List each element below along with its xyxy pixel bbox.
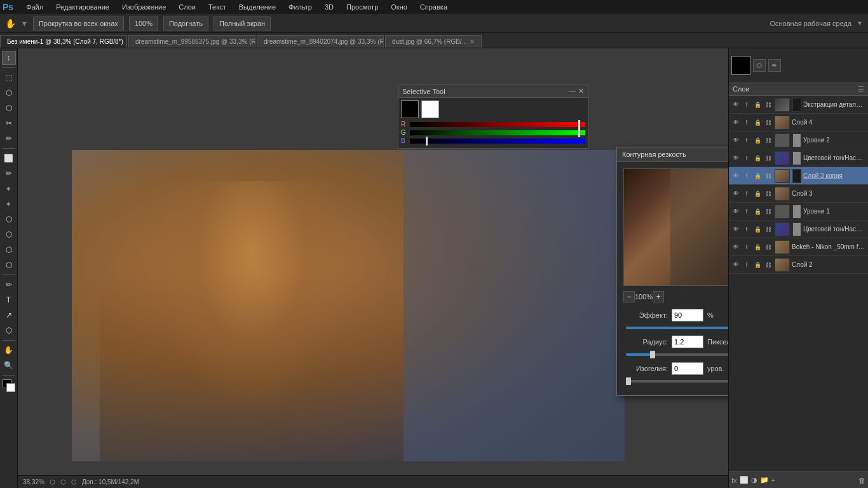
selective-minimize-btn[interactable]: — (569, 87, 576, 95)
layer-4[interactable]: 👁 f 🔒 ⛓ Слой 4 (729, 114, 868, 132)
new-adjustment-btn[interactable]: ◑ (751, 476, 757, 484)
unsharp-header[interactable]: Контурная резкость ✕ (617, 147, 728, 162)
hand-tool-icon[interactable]: ✋ (5, 18, 16, 29)
layer-eye-4[interactable]: 👁 (731, 118, 740, 127)
clone-tool[interactable]: ⌖ (2, 182, 16, 196)
color-tool-icon[interactable]: ⬡ (753, 59, 766, 72)
eyedropper-tool[interactable]: ✏ (2, 132, 16, 146)
channel-r-thumb[interactable] (578, 120, 580, 129)
add-style-btn[interactable]: fx (731, 477, 737, 484)
menu-view[interactable]: Просмотр (344, 3, 381, 11)
layer-eye-levels1[interactable]: 👁 (731, 207, 740, 216)
selective-tool-header[interactable]: Selective Tool — ✕ (398, 85, 588, 98)
color-picker-white[interactable] (421, 100, 439, 118)
zoom-out-btn[interactable]: − (623, 291, 635, 302)
radius-slider-thumb[interactable] (650, 351, 655, 358)
layer-eye-3copy[interactable]: 👁 (731, 172, 740, 180)
color-swatches[interactable] (3, 379, 15, 392)
menu-select[interactable]: Выделение (236, 3, 278, 11)
zoom-tool[interactable]: 🔍 (2, 358, 16, 372)
channel-b-bar[interactable] (410, 139, 585, 144)
threshold-slider-thumb[interactable] (626, 377, 631, 385)
crop-tool[interactable]: ✂ (2, 116, 16, 130)
layer-bokeh[interactable]: 👁 f 🔒 ⛓ Bokeh - Nikon _50mm f/1.4 @ f/1.… (729, 238, 868, 256)
layer-eye-bokeh[interactable]: 👁 (731, 243, 740, 252)
layer-2[interactable]: 👁 f 🔒 ⛓ Слой 2 (729, 256, 868, 274)
zoom-in-btn[interactable]: + (653, 291, 664, 302)
new-layer-btn[interactable]: + (771, 477, 775, 484)
tab-2[interactable]: dreamstime_m_89402074.jpg @ 33,3% (RGB/.… (257, 35, 384, 48)
brush-tool[interactable]: ✏ (2, 166, 16, 180)
quick-select-tool[interactable]: ⬡ (2, 101, 16, 115)
scroll-all-windows-btn[interactable]: Прокрутка во всех окнах (33, 17, 124, 30)
tab-close-0[interactable]: ✕ (126, 38, 127, 45)
menu-file[interactable]: Файл (24, 3, 46, 11)
color-picker-black[interactable] (401, 100, 419, 118)
tab-3[interactable]: dust.jpg @ 66,7% (RGB/... ✕ (385, 35, 482, 48)
menu-image[interactable]: Изображение (119, 3, 168, 11)
menu-3d[interactable]: 3D (322, 3, 336, 11)
pen-tool[interactable]: ✏ (2, 278, 16, 292)
tab-close-3[interactable]: ✕ (470, 38, 475, 45)
brush-tool-icon[interactable]: ✏ (768, 59, 781, 72)
menu-edit[interactable]: Редактирование (53, 3, 112, 11)
menu-window[interactable]: Окно (388, 3, 410, 11)
text-tool[interactable]: T (2, 293, 16, 307)
path-select-tool[interactable]: ↗ (2, 308, 16, 322)
layer-eye-3[interactable]: 👁 (731, 189, 740, 198)
hand-tool[interactable]: ✋ (2, 343, 16, 357)
delete-layer-btn[interactable]: 🗑 (858, 477, 865, 484)
layer-huesat1[interactable]: 👁 f 🔒 ⛓ Цветовой тон/Насыщенность 1 (729, 220, 868, 238)
selective-close-btn[interactable]: ✕ (578, 87, 584, 95)
channel-r-bar[interactable] (410, 122, 585, 127)
menu-filter[interactable]: Фильтр (286, 3, 315, 11)
blur-tool[interactable]: ⬡ (2, 243, 16, 257)
tab-0[interactable]: Без имени-1 @ 38,3% (Слой 7, RGB/8*) ✕ (0, 35, 127, 48)
canvas-area[interactable]: 38,32% ⬡ ⬡ ⬡ Доп.: 10,5М/142,2М Selectiv… (18, 48, 728, 488)
layer-eye-extraction[interactable]: 👁 (731, 100, 740, 109)
fg-color-swatch[interactable] (731, 56, 750, 75)
history-brush[interactable]: ⌖ (2, 197, 16, 211)
layer-eye-huesat2[interactable]: 👁 (731, 154, 740, 163)
layer-levels2[interactable]: 👁 f 🔒 ⛓ Уровни 2 (729, 132, 868, 149)
gradient-tool[interactable]: ⬡ (2, 227, 16, 241)
lasso-tool[interactable]: ⬡ (2, 86, 16, 100)
status-icon-2[interactable]: ⬡ (60, 478, 66, 485)
background-color[interactable] (6, 383, 15, 392)
fit-btn[interactable]: Подогнать (163, 17, 208, 30)
channel-b-thumb[interactable] (426, 137, 428, 146)
layer-eye-levels2[interactable]: 👁 (731, 136, 740, 145)
threshold-input[interactable] (672, 362, 703, 375)
channel-g-bar[interactable] (410, 130, 585, 135)
marquee-tool[interactable]: ⬚ (2, 71, 16, 85)
heal-tool[interactable]: ⬜ (2, 151, 16, 165)
layer-eye-huesat1[interactable]: 👁 (731, 225, 740, 234)
tab-1[interactable]: dreamstime_m_99586375.jpg @ 33,3% (RGB/.… (128, 35, 255, 48)
radius-slider-track[interactable] (626, 353, 728, 356)
zoom-value-btn[interactable]: 100% (129, 17, 158, 30)
dodge-tool[interactable]: ⬡ (2, 258, 16, 272)
eraser-tool[interactable]: ⬡ (2, 212, 16, 226)
layer-3[interactable]: 👁 f 🔒 ⛓ Слой 3 (729, 185, 868, 203)
add-mask-btn[interactable]: ⬜ (740, 476, 749, 484)
workspace-dropdown-icon[interactable]: ▼ (857, 20, 863, 27)
layer-eye-2[interactable]: 👁 (731, 261, 740, 269)
new-group-btn[interactable]: 📁 (760, 476, 769, 484)
layer-levels1[interactable]: 👁 f 🔒 ⛓ Уровни 1 (729, 203, 868, 220)
menu-help[interactable]: Справка (417, 3, 450, 11)
fullscreen-btn[interactable]: Полный экран (214, 17, 271, 30)
layers-menu-btn[interactable]: ☰ (858, 85, 864, 93)
layer-huesat2[interactable]: 👁 f 🔒 ⛓ Цветовой тон/Насыщенность 2 (729, 149, 868, 167)
threshold-slider-track[interactable] (626, 380, 728, 383)
unsharp-preview-image[interactable] (623, 168, 728, 286)
move-tool[interactable]: ↕ (2, 51, 16, 65)
layer-3-copy[interactable]: 👁 f 🔒 ⛓ Слой 3 копия (729, 167, 868, 185)
effect-slider-track[interactable] (626, 327, 728, 329)
effect-input[interactable] (672, 309, 703, 322)
shape-tool[interactable]: ⬡ (2, 323, 16, 337)
status-icon-3[interactable]: ⬡ (71, 478, 77, 485)
menu-text[interactable]: Текст (206, 3, 229, 11)
menu-layers[interactable]: Слои (176, 3, 198, 11)
radius-input[interactable] (672, 336, 703, 348)
layer-extraction[interactable]: 👁 f 🔒 ⛓ Экстракция деталей (СЕР 4) (729, 96, 868, 114)
